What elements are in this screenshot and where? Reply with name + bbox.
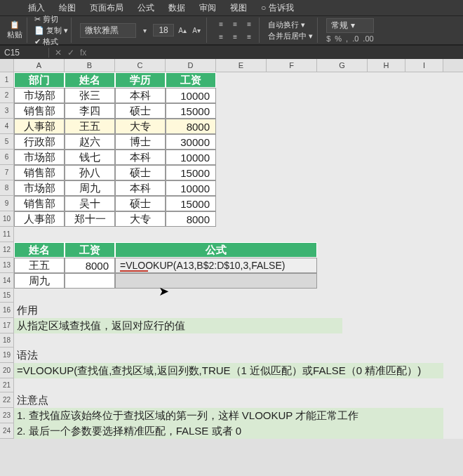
row-23[interactable]: 23 [0,408,14,423]
cell[interactable] [405,378,443,392]
row-10[interactable]: 10 [0,211,14,227]
wrap-button[interactable]: 自动换行 ▾ [268,20,313,30]
cell[interactable]: 市场部 [14,150,65,165]
cell[interactable] [405,119,443,134]
cell[interactable]: 销售部 [14,196,65,211]
cell[interactable] [317,72,368,88]
cell[interactable] [115,227,166,242]
cell[interactable] [267,103,317,119]
cell[interactable] [216,196,267,211]
cell[interactable] [317,103,368,119]
cell[interactable]: 注意点 [14,392,342,408]
cell[interactable] [216,211,267,227]
cell[interactable]: 2. 最后一个参数要选择精准匹配，FALSE 或者 0 [14,423,443,439]
cell[interactable] [405,134,443,150]
tab-review[interactable]: 审阅 [192,0,223,15]
cell[interactable]: 10000 [166,150,216,165]
cell[interactable]: 博士 [115,134,166,150]
cell[interactable]: 工资 [65,242,115,258]
dec-dec-icon[interactable]: .00 [363,34,373,43]
cell[interactable] [317,333,368,348]
cell[interactable]: 行政部 [14,134,65,150]
cell[interactable] [368,165,405,180]
cut-button[interactable]: ✂ 剪切 [34,14,68,25]
cell[interactable] [405,242,443,258]
cell[interactable] [317,258,368,273]
format-button[interactable]: ✔ 格式 [34,37,68,47]
row-1[interactable]: 1 [0,72,14,88]
cell[interactable]: 工资 [166,72,216,88]
cell[interactable]: 10000 [166,88,216,103]
cell[interactable] [368,150,405,165]
col-B[interactable]: B [65,59,115,72]
cell[interactable]: 姓名 [65,72,115,88]
col-H[interactable]: H [368,59,405,72]
cell[interactable] [216,134,267,150]
cell[interactable] [368,134,405,150]
cell[interactable] [267,72,317,88]
cell[interactable] [267,333,317,348]
cell[interactable]: =VLOOKUP(A13,B$2:D$10,3,FALSE) [115,258,317,273]
cell[interactable] [317,180,368,196]
row-9[interactable]: 9 [0,196,14,211]
cell[interactable] [368,273,405,289]
cell[interactable]: 大专 [115,211,166,227]
cell[interactable] [267,150,317,165]
row-2[interactable]: 2 [0,88,14,103]
row-19[interactable]: 19 [0,348,14,363]
cell[interactable]: 王五 [14,258,65,273]
row-3[interactable]: 3 [0,103,14,119]
cell[interactable] [166,333,216,348]
copy-button[interactable]: 📄 复制 ▾ [34,25,68,36]
cell[interactable] [368,196,405,211]
cell[interactable] [216,88,267,103]
cell[interactable] [115,289,166,303]
tab-pagelayout[interactable]: 页面布局 [83,0,130,15]
dropdown-icon[interactable]: ▾ [139,25,150,36]
name-box[interactable]: C15 [0,48,49,58]
cell[interactable] [405,88,443,103]
cell[interactable] [405,196,443,211]
cell[interactable]: 8000 [65,258,115,273]
cell[interactable]: 市场部 [14,88,65,103]
row-22[interactable]: 22 [0,392,14,408]
cell[interactable] [65,333,115,348]
cell[interactable]: 8000 [166,119,216,134]
col-I[interactable]: I [405,59,443,72]
row-14[interactable]: 14 [0,273,14,289]
row-12[interactable]: 12 [0,242,14,258]
cell[interactable] [14,289,65,303]
row-5[interactable]: 5 [0,134,14,150]
paste-group[interactable]: 📋 粘贴 [3,18,27,43]
cell[interactable] [317,378,368,392]
cell[interactable]: 30000 [166,134,216,150]
cell[interactable] [317,119,368,134]
cell[interactable] [115,273,317,289]
select-all-corner[interactable] [0,59,14,72]
cell[interactable]: 15000 [166,196,216,211]
cell[interactable] [267,119,317,134]
row-4[interactable]: 4 [0,119,14,134]
cancel-icon[interactable]: ✕ [55,48,62,58]
cell[interactable] [368,103,405,119]
cell[interactable]: 从指定区域查找值，返回对应行的值 [14,318,342,333]
cell[interactable]: 王五 [65,119,115,134]
row-17[interactable]: 17 [0,318,14,333]
col-F[interactable]: F [267,59,317,72]
cell[interactable] [405,103,443,119]
cell[interactable]: 销售部 [14,103,65,119]
cell[interactable] [267,180,317,196]
increase-font-icon[interactable]: A▴ [177,25,188,36]
cell[interactable] [405,165,443,180]
cell[interactable] [267,88,317,103]
cell[interactable] [368,258,405,273]
row-6[interactable]: 6 [0,150,14,165]
row-20[interactable]: 20 [0,363,14,378]
cell[interactable]: 10000 [166,180,216,196]
cell[interactable]: 大专 [115,119,166,134]
cell[interactable] [216,227,267,242]
cell[interactable] [216,180,267,196]
cell[interactable] [166,378,216,392]
align-top-icon[interactable]: ≡ [215,18,227,29]
font-name-select[interactable]: 微软雅黑 [80,23,136,38]
